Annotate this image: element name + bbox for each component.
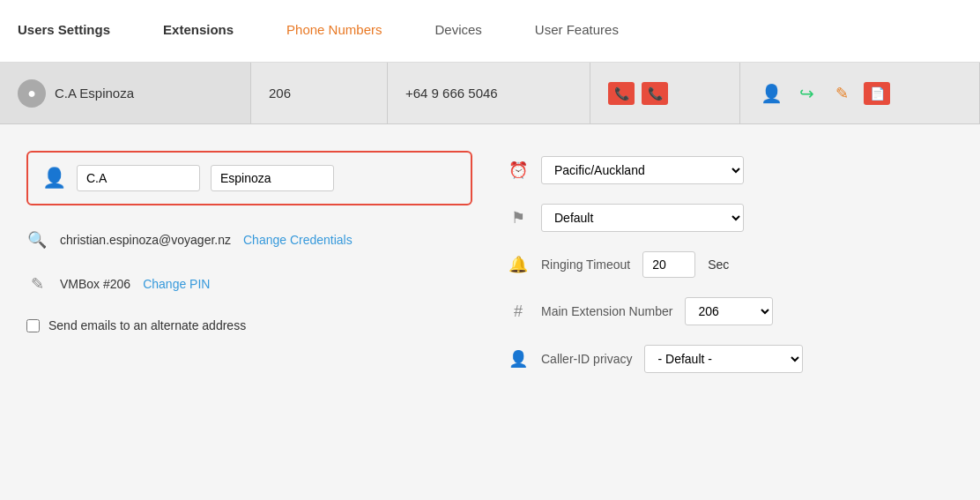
left-panel: 👤 🔍 christian.espinoza@voyager.nz Change… [26,151,472,482]
email-address: christian.espinoza@voyager.nz [60,233,231,247]
feature-fax-icon[interactable]: 📄 [864,82,890,105]
bell-icon: 🔔 [508,255,529,274]
device-icon-2[interactable]: 📞 [642,82,668,105]
main-content: 👤 🔍 christian.espinoza@voyager.nz Change… [0,124,980,500]
email-icon: 🔍 [26,230,48,250]
voicemail-icon: ✎ [26,274,48,294]
user-phone: +64 9 666 5046 [405,86,498,101]
flag-icon: ⚑ [508,208,529,228]
user-devices-cell: 📞 📞 [590,63,740,123]
main-ext-row: # Main Extension Number 206 207 208 [508,297,954,325]
user-extension: 206 [269,86,291,101]
clock-icon: ⏰ [508,160,529,180]
send-emails-checkbox[interactable] [26,319,40,332]
feature-user-icon[interactable]: 👤 [758,82,784,105]
name-section: 👤 [26,151,472,205]
ringing-timeout-input[interactable] [642,251,695,278]
main-ext-label: Main Extension Number [541,304,672,318]
callerid-label: Caller-ID privacy [541,352,632,366]
hash-icon: # [508,302,529,321]
user-ext-cell: 206 [251,63,388,123]
user-name-cell: ● C.A Espinoza [0,63,251,123]
nav-users-settings[interactable]: Users Settings [18,0,137,63]
ringing-timeout-row: 🔔 Ringing Timeout Sec [508,251,954,278]
nav-extensions[interactable]: Extensions [137,0,260,63]
top-navigation: Users Settings Extensions Phone Numbers … [0,0,980,63]
send-emails-label: Send emails to an alternate address [48,318,246,332]
device-icon-1[interactable]: 📞 [608,82,635,105]
right-panel: ⏰ Pacific/Auckland UTC America/New_York … [508,151,954,482]
nav-user-features[interactable]: User Features [509,0,645,63]
vmbox-row: ✎ VMBox #206 Change PIN [26,274,472,294]
feature-voicemail-icon[interactable]: ✎ [828,82,855,105]
user-phone-cell: +64 9 666 5046 [388,63,590,123]
callerid-row: 👤 Caller-ID privacy - Default - Hide Sho… [508,345,954,373]
user-row: ● C.A Espinoza 206 +64 9 666 5046 📞 📞 👤 … [0,63,980,124]
send-emails-row: Send emails to an alternate address [26,318,472,332]
timezone-row: ⏰ Pacific/Auckland UTC America/New_York [508,156,954,184]
language-select[interactable]: Default English Spanish [541,204,744,232]
main-ext-select[interactable]: 206 207 208 [685,297,773,325]
user-features-cell: 👤 ↪ ✎ 📄 [740,63,980,123]
vmbox-label: VMBox #206 [60,277,130,291]
last-name-input[interactable] [211,165,334,191]
nav-phone-numbers[interactable]: Phone Numbers [260,0,408,63]
change-pin-link[interactable]: Change PIN [143,277,210,291]
language-row: ⚑ Default English Spanish [508,204,954,232]
ringing-timeout-unit: Sec [708,257,729,272]
nav-devices[interactable]: Devices [408,0,508,63]
feature-forward-icon[interactable]: ↪ [793,82,820,105]
person-icon: 👤 [42,167,66,190]
user-avatar: ● [18,79,46,108]
timezone-select[interactable]: Pacific/Auckland UTC America/New_York [541,156,744,184]
first-name-input[interactable] [77,165,200,191]
email-row: 🔍 christian.espinoza@voyager.nz Change C… [26,230,472,250]
change-credentials-link[interactable]: Change Credentials [243,233,353,247]
callerid-select[interactable]: - Default - Hide Show [644,345,803,373]
user-name: C.A Espinoza [55,86,134,101]
ringing-timeout-label: Ringing Timeout [541,257,630,272]
callerid-icon: 👤 [508,349,529,369]
